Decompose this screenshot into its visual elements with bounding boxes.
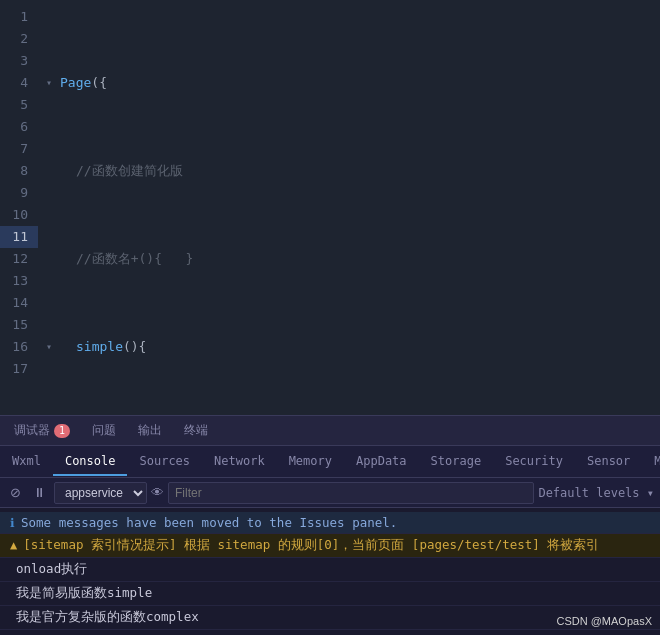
tab-wxml[interactable]: Wxml [0, 448, 53, 476]
line-num-4: 4 [0, 72, 38, 94]
line-num-17: 17 [0, 358, 38, 380]
line-num-3: 3 [0, 50, 38, 72]
tab-console-label: Console [65, 454, 116, 468]
tab-mo[interactable]: Mo [642, 448, 660, 476]
console-msg-warning-text: [sitemap 索引情况提示] 根据 sitemap 的规则[0]，当前页面 … [23, 537, 599, 554]
devtools-panel: 调试器 1 问题 输出 终端 Wxml Console Sources [0, 415, 660, 635]
line-num-7: 7 [0, 138, 38, 160]
debug-tab-debugger-label: 调试器 [14, 422, 50, 439]
line-num-14: 14 [0, 292, 38, 314]
filter-input[interactable] [168, 482, 534, 504]
console-tab-bar: Wxml Console Sources Network Memory AppD… [0, 446, 660, 478]
console-msg-simple-text: 我是简易版函数simple [16, 585, 152, 602]
code-line-4: ▾ simple(){ [46, 336, 660, 358]
tab-sources[interactable]: Sources [127, 448, 202, 476]
tab-mo-label: Mo [654, 454, 660, 468]
tab-storage[interactable]: Storage [419, 448, 494, 476]
line-num-6: 6 [0, 116, 38, 138]
tab-network[interactable]: Network [202, 448, 277, 476]
fold-spacer-3 [46, 248, 60, 270]
eye-icon[interactable]: 👁 [151, 485, 164, 500]
info-icon: ℹ [10, 516, 15, 530]
code-content: ▾ Page({ //函数创建简化版 //函数名+(){ } ▾ simple(… [38, 0, 660, 415]
console-msg-onload-text: onload执行 [16, 561, 87, 578]
console-msg-info-text: Some messages have been moved to the Iss… [21, 515, 397, 530]
fold-spacer-2 [46, 160, 60, 182]
tab-security[interactable]: Security [493, 448, 575, 476]
line-num-5: 5 [0, 94, 38, 116]
tab-wxml-label: Wxml [12, 454, 41, 468]
line-num-15: 15 [0, 314, 38, 336]
toolbar-right: Default levels ▾ [538, 486, 654, 500]
debugger-tab-bar: 调试器 1 问题 输出 终端 [0, 416, 660, 446]
line-num-9: 9 [0, 182, 38, 204]
warn-icon: ▲ [10, 538, 17, 552]
line-numbers: 1 2 3 4 5 6 7 8 9 10 11 12 13 14 15 16 1… [0, 0, 38, 415]
fold-arrow-4[interactable]: ▾ [46, 336, 60, 358]
tab-appdata[interactable]: AppData [344, 448, 419, 476]
line-num-13: 13 [0, 270, 38, 292]
console-msg-onload: onload执行 [0, 558, 660, 582]
tab-network-label: Network [214, 454, 265, 468]
tab-security-label: Security [505, 454, 563, 468]
line-num-11: 11 [0, 226, 38, 248]
debug-tab-terminal-label: 终端 [184, 422, 208, 439]
watermark-text: CSDN @MAOpasX [556, 615, 652, 627]
code-line-3: //函数名+(){ } [46, 248, 660, 270]
console-msg-complex-text: 我是官方复杂版的函数complex [16, 609, 199, 626]
debug-tab-debugger[interactable]: 调试器 1 [4, 418, 80, 443]
debug-tab-output-label: 输出 [138, 422, 162, 439]
tab-memory[interactable]: Memory [277, 448, 344, 476]
line-num-12: 12 [0, 248, 38, 270]
watermark: CSDN @MAOpasX [556, 615, 652, 627]
tab-sources-label: Sources [139, 454, 190, 468]
context-selector[interactable]: appservice [54, 482, 147, 504]
tab-sensor[interactable]: Sensor [575, 448, 642, 476]
line-num-16: 16 [0, 336, 38, 358]
code-line-1: ▾ Page({ [46, 72, 660, 94]
tab-storage-label: Storage [431, 454, 482, 468]
tab-console[interactable]: Console [53, 448, 128, 476]
line-num-8: 8 [0, 160, 38, 182]
tab-appdata-label: AppData [356, 454, 407, 468]
console-msg-info: ℹ Some messages have been moved to the I… [0, 512, 660, 534]
debug-tab-output[interactable]: 输出 [128, 418, 172, 443]
debug-tab-badge: 1 [54, 424, 70, 438]
console-msg-simple: 我是简易版函数simple [0, 582, 660, 606]
debug-tab-issues-label: 问题 [92, 422, 116, 439]
clear-button[interactable]: ⊘ [6, 483, 25, 502]
code-line-2: //函数创建简化版 [46, 160, 660, 182]
console-msg-warning: ▲ [sitemap 索引情况提示] 根据 sitemap 的规则[0]，当前页… [0, 534, 660, 558]
tab-memory-label: Memory [289, 454, 332, 468]
line-num-1: 1 [0, 6, 38, 28]
debug-tab-terminal[interactable]: 终端 [174, 418, 218, 443]
fold-arrow-1[interactable]: ▾ [46, 72, 60, 94]
debug-tab-issues[interactable]: 问题 [82, 418, 126, 443]
levels-label[interactable]: Default levels ▾ [538, 486, 654, 500]
console-toolbar: ⊘ ⏸ appservice 👁 Default levels ▾ [0, 478, 660, 508]
line-num-10: 10 [0, 204, 38, 226]
tab-sensor-label: Sensor [587, 454, 630, 468]
pause-button[interactable]: ⏸ [29, 483, 50, 502]
line-num-2: 2 [0, 28, 38, 50]
editor-area: 1 2 3 4 5 6 7 8 9 10 11 12 13 14 15 16 1… [0, 0, 660, 415]
